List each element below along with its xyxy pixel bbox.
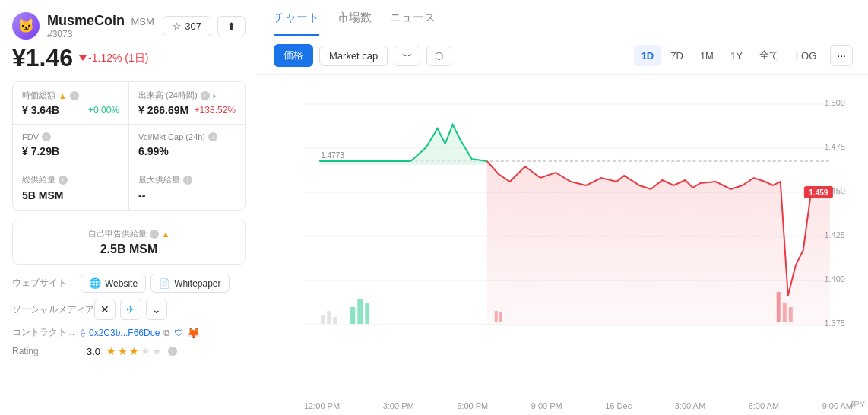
info-icon-ts: i [59, 176, 68, 185]
stats-grid: 時価総額 ▲ i ¥ 3.64B +0.00% 出来高 (24時間) i › ¥… [12, 81, 246, 211]
social-more-button[interactable]: ⌄ [146, 299, 167, 320]
time-1d[interactable]: 1D [634, 45, 662, 66]
vol-mkt-cell: Vol/Mkt Cap (24h) i 6.99% [129, 125, 245, 166]
svg-rect-22 [499, 312, 502, 322]
rating-info-icon: i [168, 347, 177, 356]
info-icon: i [70, 91, 79, 100]
x-label-1: 12:00 PM [304, 401, 340, 410]
max-supply-label: 最大供給量 i [138, 174, 236, 185]
coin-ticker: MSM [131, 16, 154, 27]
star-2: ★ [118, 345, 128, 357]
eth-icon: ⟠ [81, 328, 85, 338]
contract-address: 0x2C3b...F66Dce [89, 328, 160, 338]
x-label-7: 6:00 AM [749, 401, 779, 410]
website-buttons: 🌐 Website 📄 Whitepaper [81, 274, 230, 293]
fdv-cell: FDV i ¥ 7.29B [13, 125, 128, 166]
info-icon-vm: i [208, 132, 217, 141]
line-chart-icon[interactable]: 〰 [394, 46, 420, 66]
volume-value: ¥ 266.69M [138, 104, 188, 116]
expand-icon[interactable]: › [213, 90, 216, 101]
star-3: ★ [129, 345, 139, 357]
svg-text:1.459: 1.459 [809, 188, 828, 197]
svg-rect-24 [783, 303, 787, 322]
svg-rect-18 [350, 307, 355, 324]
coin-rank: #3073 [47, 29, 154, 40]
rating-row: Rating 3.0 ★ ★ ★ ★ ★ i [12, 345, 246, 357]
current-price: ¥1.46 [12, 44, 73, 72]
fdv-value: ¥ 7.29B [22, 145, 59, 157]
star-count: 307 [185, 21, 201, 32]
tab-news[interactable]: ニュース [390, 11, 436, 36]
copy-icon[interactable]: ⧉ [163, 328, 170, 338]
price-row: ¥1.46 -1.12% (1日) [12, 44, 246, 72]
time-1m[interactable]: 1M [692, 45, 721, 66]
price-button[interactable]: 価格 [274, 44, 313, 67]
website-button[interactable]: 🌐 Website [81, 274, 146, 293]
info-icon-fdv: i [42, 132, 51, 141]
volume-change: +138.52% [195, 105, 236, 116]
market-cap-label: 時価総額 ▲ i [22, 90, 119, 101]
fox-icon: 🦊 [187, 327, 200, 339]
more-options-button[interactable]: ··· [830, 45, 853, 66]
x-axis: 12:00 PM 3:00 PM 6:00 PM 9:00 PM 16 Dec … [296, 398, 853, 412]
star-1: ★ [106, 345, 116, 357]
rating-value: 3.0 [87, 346, 100, 357]
market-cap-cell: 時価総額 ▲ i ¥ 3.64B +0.00% [13, 82, 128, 124]
x-label-5: 16 Dec [605, 401, 632, 410]
star-icon: ☆ [173, 21, 182, 32]
svg-text:1.500: 1.500 [824, 98, 845, 107]
share-button[interactable]: ⬆ [217, 16, 246, 36]
shield-icon: 🛡 [174, 328, 183, 338]
vol-mkt-value: 6.99% [138, 145, 169, 157]
contract-value: ⟠ 0x2C3b...F66Dce ⧉ 🛡 🦊 [81, 327, 200, 339]
market-cap-change: +0.00% [88, 105, 119, 116]
globe-icon: 🌐 [89, 277, 101, 289]
svg-rect-20 [365, 303, 369, 324]
svg-rect-16 [327, 311, 331, 324]
social-icons: ✕ ✈ ⌄ [94, 299, 167, 320]
max-supply-value: -- [138, 189, 145, 201]
market-cap-values: ¥ 3.64B +0.00% [22, 104, 119, 116]
star-4: ★ [141, 345, 150, 357]
warning-icon: ▲ [59, 91, 67, 100]
info-icon-vol: i [201, 91, 210, 100]
time-log[interactable]: LOG [788, 45, 824, 66]
left-panel: 🐱 MusmeCoin MSM #3073 ☆ 307 ⬆ ¥1.46 [0, 0, 258, 415]
coin-logo: 🐱 [12, 12, 40, 40]
candle-chart-icon[interactable]: ⬡ [426, 46, 451, 66]
contract-row: コントラクト... ⟠ 0x2C3b...F66Dce ⧉ 🛡 🦊 [12, 326, 246, 339]
time-1y[interactable]: 1Y [723, 45, 750, 66]
tab-chart[interactable]: チャート [274, 11, 319, 36]
coin-name: MusmeCoin [47, 13, 125, 28]
chart-svg: 1.500 1.475 1.450 1.425 1.400 1.375 1.47… [274, 83, 853, 341]
coin-header: 🐱 MusmeCoin MSM #3073 ☆ 307 ⬆ [12, 12, 246, 40]
svg-text:1.4773: 1.4773 [321, 151, 344, 160]
contract-label: コントラクト... [12, 326, 81, 339]
tab-market[interactable]: 市場数 [337, 11, 372, 36]
twitter-button[interactable]: ✕ [94, 299, 116, 320]
time-7d[interactable]: 7D [663, 45, 691, 66]
time-all[interactable]: 全て [752, 45, 787, 66]
down-arrow-icon [79, 55, 87, 61]
self-reported-cell: 自己申告供給量 i ▲ 2.5B MSM [12, 220, 246, 265]
svg-text:1.475: 1.475 [824, 142, 845, 151]
self-reported-label: 自己申告供給量 i ▲ [22, 228, 236, 239]
links-section: ウェブサイト 🌐 Website 📄 Whitepaper ソーシャルメディア … [12, 274, 246, 357]
volume-cell: 出来高 (24時間) i › ¥ 266.69M +138.52% [129, 82, 245, 124]
star-button[interactable]: ☆ 307 [163, 16, 211, 36]
whitepaper-button[interactable]: 📄 Whitepaper [150, 274, 229, 293]
market-cap-value: ¥ 3.64B [22, 104, 59, 116]
warning-icon-sr: ▲ [162, 230, 170, 239]
stars: ★ ★ ★ ★ ★ [106, 345, 162, 357]
header-actions: ☆ 307 ⬆ [163, 16, 246, 36]
x-label-2: 3:00 PM [383, 401, 414, 410]
telegram-button[interactable]: ✈ [120, 299, 141, 320]
star-5: ★ [152, 345, 162, 357]
tabs-bar: チャート 市場数 ニュース [258, 0, 868, 36]
time-buttons: 1D 7D 1M 1Y 全て LOG [634, 45, 825, 66]
svg-rect-15 [321, 315, 325, 324]
right-panel: チャート 市場数 ニュース 価格 Market cap 〰 ⬡ 1D 7D 1M… [258, 0, 868, 415]
x-label-6: 3:00 AM [675, 401, 705, 410]
rating-label: Rating [12, 346, 81, 356]
market-cap-button[interactable]: Market cap [319, 46, 388, 66]
